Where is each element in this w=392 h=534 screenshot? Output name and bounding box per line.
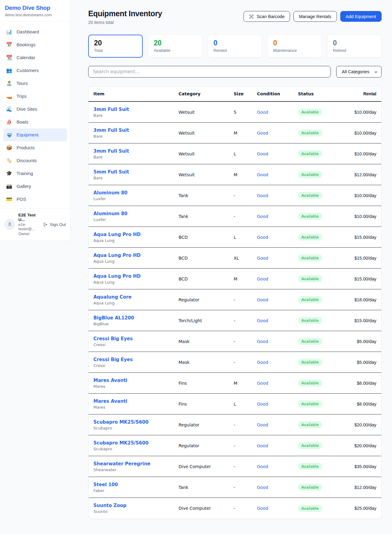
item-cell: Shearwater PeregrineShearwater xyxy=(93,461,179,472)
item-name-link[interactable]: 5mm Full Suit xyxy=(93,169,179,175)
condition-link[interactable]: Good xyxy=(257,339,268,344)
sidebar-item-boats[interactable]: ⛵Boats xyxy=(3,116,67,128)
stat-card-rented[interactable]: 0Rented xyxy=(208,35,262,58)
size-cell: - xyxy=(234,464,257,469)
sidebar-item-products[interactable]: 📦Products xyxy=(3,141,67,154)
item-cell: Aqua Lung Pro HDAqua Lung xyxy=(93,232,179,243)
item-name-link[interactable]: Mares Avanti xyxy=(93,399,179,404)
table-header-row: Item Category Size Condition Status Rent… xyxy=(89,86,381,102)
status-badge: Available xyxy=(298,150,322,157)
condition-cell: Good xyxy=(257,276,298,282)
stat-card-maintenance[interactable]: 0Maintenance xyxy=(267,35,322,58)
rental-price-cell: $15.00/day xyxy=(350,256,376,261)
item-name-link[interactable]: Scubapro MK25/S600 xyxy=(93,440,179,446)
condition-link[interactable]: Good xyxy=(257,485,268,490)
item-name-link[interactable]: 3mm Full Suit xyxy=(93,107,179,112)
sidebar-item-trips[interactable]: 🚤Trips xyxy=(3,90,67,103)
item-name-link[interactable]: Suunto Zoop xyxy=(93,503,179,508)
size-cell: - xyxy=(234,193,257,198)
sidebar-item-customers[interactable]: 👥Customers xyxy=(3,64,67,77)
condition-link[interactable]: Good xyxy=(257,214,268,219)
sidebar-item-dive-sites[interactable]: 🌊Dive Sites xyxy=(3,103,67,116)
item-name-link[interactable]: 3mm Full Suit xyxy=(93,148,179,154)
sidebar-item-discounts[interactable]: 🏷️Discounts xyxy=(3,154,67,167)
stat-card-total[interactable]: 20Total xyxy=(88,35,143,58)
item-cell: Suunto ZoopSuunto xyxy=(93,503,179,514)
item-name-link[interactable]: Cressi Big Eyes xyxy=(93,336,179,341)
condition-link[interactable]: Good xyxy=(257,402,268,406)
item-name-link[interactable]: 3mm Full Suit xyxy=(93,128,179,133)
condition-link[interactable]: Good xyxy=(257,318,268,323)
scan-barcode-button[interactable]: Scan Barcode xyxy=(243,11,290,22)
condition-link[interactable]: Good xyxy=(257,506,268,511)
table-row: Aqua Lung Pro HDAqua LungBCDXLGoodAvaila… xyxy=(89,248,381,269)
condition-link[interactable]: Good xyxy=(257,422,268,427)
sidebar-item-calendar[interactable]: 📆Calendar xyxy=(3,51,67,64)
brand-block: Demo Dive Shop demo.test.divestreams.com xyxy=(0,0,70,21)
tag-icon: 🏷️ xyxy=(6,158,13,163)
sidebar-item-training[interactable]: 🎓Training xyxy=(3,167,67,180)
item-name-link[interactable]: Scubapro MK25/S600 xyxy=(93,419,179,425)
item-brand: Shearwater xyxy=(93,467,179,472)
manage-rentals-button[interactable]: Manage Rentals xyxy=(293,11,337,22)
sidebar-item-bookings[interactable]: 📅Bookings xyxy=(3,38,67,51)
item-name-link[interactable]: Aqua Lung Pro HD xyxy=(93,253,179,258)
sign-out-button[interactable]: Sign Out xyxy=(43,222,66,227)
item-cell: Mares AvantiMares xyxy=(93,399,179,410)
status-badge: Available xyxy=(298,442,322,449)
item-name-link[interactable]: Aluminum 80 xyxy=(93,190,179,196)
condition-link[interactable]: Good xyxy=(257,172,268,177)
search-input[interactable] xyxy=(88,66,331,78)
status-badge: Available xyxy=(298,129,322,136)
condition-cell: Good xyxy=(257,193,298,198)
table-row: Steel 100FaberTank-GoodAvailable$12.00/d… xyxy=(89,477,381,498)
sidebar-item-tours[interactable]: 🏝️Tours xyxy=(3,77,67,90)
item-brand: Mares xyxy=(93,384,179,389)
item-name-link[interactable]: BigBlue AL1200 xyxy=(93,315,179,321)
condition-link[interactable]: Good xyxy=(257,110,268,115)
item-name-link[interactable]: Shearwater Peregrine xyxy=(93,461,179,467)
item-brand: Suunto xyxy=(93,509,179,514)
item-name-link[interactable]: Aqua Lung Pro HD xyxy=(93,273,179,279)
category-cell: Dive Computer xyxy=(179,506,234,511)
status-badge: Available xyxy=(298,275,322,282)
item-brand: Bare xyxy=(93,176,179,180)
add-equipment-button[interactable]: Add Equipment xyxy=(340,11,382,22)
table-row: BigBlue AL1200BigBlueTorch/Light-GoodAva… xyxy=(89,310,381,331)
table-row: Mares AvantiMaresFinsMGoodAvailable$8.00… xyxy=(89,373,381,394)
diving-mask-icon: 🤿 xyxy=(6,132,13,138)
condition-link[interactable]: Good xyxy=(257,443,268,448)
item-name-link[interactable]: Aqualung Core xyxy=(93,294,179,300)
condition-link[interactable]: Good xyxy=(257,381,268,386)
column-header-item: Item xyxy=(93,91,179,96)
condition-link[interactable]: Good xyxy=(257,256,268,261)
category-select[interactable]: All Categories xyxy=(336,66,382,78)
item-name-link[interactable]: Mares Avanti xyxy=(93,378,179,383)
item-name-link[interactable]: Aluminum 80 xyxy=(93,211,179,216)
table-row: Shearwater PeregrineShearwaterDive Compu… xyxy=(89,456,381,477)
item-name-link[interactable]: Cressi Big Eyes xyxy=(93,357,179,362)
status-cell: Available xyxy=(298,296,350,303)
condition-link[interactable]: Good xyxy=(257,277,268,281)
size-cell: L xyxy=(234,235,257,240)
condition-link[interactable]: Good xyxy=(257,360,268,365)
main-content: Equipment Inventory 20 items total Scan … xyxy=(70,0,392,531)
item-name-link[interactable]: Steel 100 xyxy=(93,482,179,487)
condition-link[interactable]: Good xyxy=(257,464,268,469)
item-brand: Faber xyxy=(93,488,179,493)
item-cell: 5mm Full SuitBare xyxy=(93,169,179,180)
rental-price-cell: $25.00/day xyxy=(350,506,376,511)
condition-link[interactable]: Good xyxy=(257,235,268,240)
sidebar-item-equipment[interactable]: 🤿Equipment xyxy=(3,128,67,141)
sidebar-item-pos[interactable]: 💳POS xyxy=(3,193,67,206)
stat-card-retired[interactable]: 0Retired xyxy=(327,35,382,58)
condition-link[interactable]: Good xyxy=(257,193,268,198)
item-name-link[interactable]: Aqua Lung Pro HD xyxy=(93,232,179,237)
stat-card-available[interactable]: 20Available xyxy=(148,35,202,58)
sidebar-item-gallery[interactable]: 📸Gallery xyxy=(3,180,67,193)
condition-link[interactable]: Good xyxy=(257,151,268,156)
condition-link[interactable]: Good xyxy=(257,131,268,135)
sidebar-item-dashboard[interactable]: 📊Dashboard xyxy=(3,25,67,38)
condition-link[interactable]: Good xyxy=(257,297,268,302)
status-cell: Available xyxy=(298,359,350,366)
